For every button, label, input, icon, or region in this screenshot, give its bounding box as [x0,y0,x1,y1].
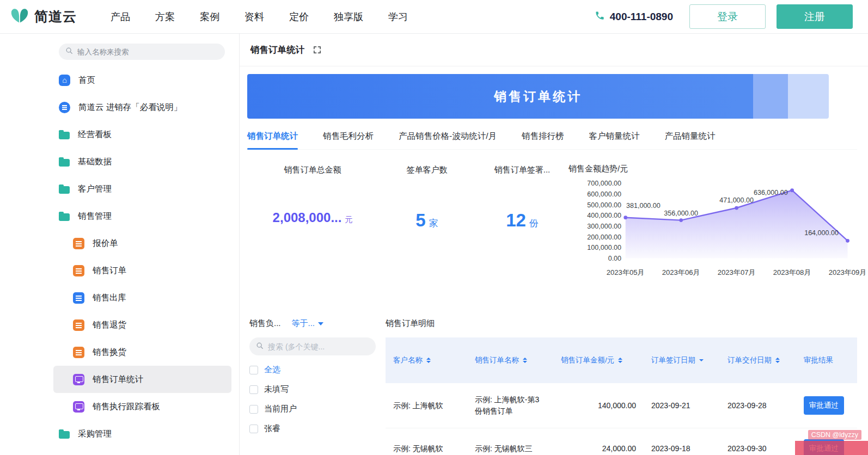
cell-order-name: 示例: 无锡帆软三 [467,428,553,455]
cell-amount: 140,000.00 [553,383,644,428]
home-icon [59,75,70,86]
sidebar-item-base-data[interactable]: 基础数据 [53,148,231,175]
svg-text:2023年05月: 2023年05月 [607,268,645,276]
svg-text:164,000.00: 164,000.00 [804,229,839,237]
sidebar-item-customer-mgmt[interactable]: 客户管理 [53,175,231,202]
sort-icon[interactable] [426,358,431,364]
sidebar-item-sales-order-stats[interactable]: 销售订单统计 [53,366,231,393]
form-icon [73,292,84,304]
stat-value: 2,008,000... [273,210,342,225]
svg-text:2023年06月: 2023年06月 [662,268,700,276]
filter-operator-dropdown[interactable]: 等于... [292,318,324,329]
svg-text:2023年08月: 2023年08月 [773,268,811,276]
column-header-customer[interactable]: 客户名称 [386,337,467,383]
sidebar-item-sales-mgmt[interactable]: 销售管理 [53,202,231,230]
logo[interactable]: 简道云 [10,7,77,27]
fullscreen-icon[interactable] [313,46,321,54]
sort-icon[interactable] [523,358,527,364]
column-header-order-name[interactable]: 销售订单名称 [467,337,553,383]
sidebar-item-sales-tracking-board[interactable]: 销售执行跟踪看板 [53,393,231,420]
cell-customer: 示例: 上海帆软 [386,383,467,428]
tab-customer-sales-stats[interactable]: 客户销量统计 [589,131,639,149]
sidebar-item-purchase-mgmt[interactable]: 采购管理 [53,420,231,447]
folder-icon [59,132,70,139]
table-row: 示例: 上海帆软 示例: 上海帆软-第3份销售订单 140,000.00 202… [386,383,857,428]
login-button[interactable]: 登录 [689,4,766,29]
filter-panel: 销售负... 等于... [247,318,376,455]
column-header-sign-date[interactable]: 订单签订日期 [644,337,720,383]
sidebar-item-business-board[interactable]: 经营看板 [53,121,231,148]
tab-gross-profit-analysis[interactable]: 销售毛利分析 [323,131,374,149]
sidebar-search-input[interactable] [77,48,218,56]
stat-total-order-amount: 销售订单总金额 2,008,000...元 [247,159,378,303]
svg-text:2023年07月: 2023年07月 [718,268,756,276]
nav-link-resource[interactable]: 资料 [244,10,264,23]
filter-search[interactable] [249,337,376,355]
nav-link-dedicated[interactable]: 独享版 [334,10,363,23]
sidebar-item-sales-exchange[interactable]: 销售换货 [53,339,231,366]
cell-order-name: 示例: 上海帆软-第3份销售订单 [467,383,553,428]
checkbox[interactable] [249,385,258,394]
filter-search-input[interactable] [268,342,369,351]
sidebar-search[interactable] [59,44,225,60]
nav-link-case[interactable]: 案例 [200,10,219,23]
filter-option-current-user[interactable]: 当前用户 [249,404,376,414]
phone-icon [595,10,605,23]
table-row: 示例: 无锡帆软 示例: 无锡帆软三 24,000.00 2023-09-18 … [386,428,857,455]
sort-desc-icon[interactable] [699,359,704,361]
nav-link-learning[interactable]: 学习 [388,10,408,23]
form-icon [73,347,84,358]
svg-text:300,000.00: 300,000.00 [587,223,621,230]
approval-status-button[interactable]: 审批通过 [804,396,844,415]
cell-sign-date: 2023-09-21 [644,383,720,428]
main-area: 销售订单统计 销售订单统计 销售订单统计 销售毛利分析 产品销售价格-波动统计/… [240,34,868,455]
dashboard-banner: 销售订单统计 [247,74,829,119]
table-header-row: 客户名称 销售订单名称 销售订单金额/元 [386,337,857,383]
cell-customer: 示例: 无锡帆软 [386,428,467,455]
page-header: 销售订单统计 [240,34,868,66]
sort-icon[interactable] [618,358,622,364]
filter-field-label: 销售负... [249,318,281,329]
chevron-down-icon [318,322,323,325]
nav-link-product[interactable]: 产品 [111,10,130,23]
folder-icon [59,213,70,221]
nav-link-solution[interactable]: 方案 [155,10,175,23]
form-icon [73,238,84,249]
svg-text:400,000.00: 400,000.00 [587,212,621,219]
checkbox[interactable] [249,366,258,374]
document-icon [59,102,70,113]
sidebar-item-home[interactable]: 首页 [53,66,231,94]
sidebar-item-quotation[interactable]: 报价单 [53,230,231,257]
sort-icon[interactable] [775,358,780,364]
sales-trend-chart-block: 销售金额趋势/元 0.00100,000.00200,000.00300,000… [569,159,857,303]
column-header-amount[interactable]: 销售订单金额/元 [553,337,644,383]
tab-sales-order-stats[interactable]: 销售订单统计 [247,131,298,149]
form-icon [73,319,84,331]
cell-delivery-date: 2023-09-28 [720,383,796,428]
column-header-delivery-date[interactable]: 订单交付日期 [720,337,796,383]
filter-option-select-all[interactable]: 全选 [249,365,376,375]
stat-unit: 家 [429,218,438,229]
checkbox[interactable] [249,405,258,414]
filter-option-unfilled[interactable]: 未填写 [249,384,376,395]
nav-link-pricing[interactable]: 定价 [289,10,309,23]
sidebar-item-jxc-guide[interactable]: 简道云 进销存「必看说明」 [53,94,231,121]
top-navbar: 简道云 产品 方案 案例 资料 定价 独享版 学习 400-111-0890 登… [0,0,868,34]
dashboard-icon [73,401,84,413]
checkbox[interactable] [249,425,258,433]
app-sidebar: 首页 简道云 进销存「必看说明」 经营看板 基础数据 客户管理 销售管理 [0,34,240,455]
sidebar-item-sales-order[interactable]: 销售订单 [53,257,231,284]
svg-text:2023年09月: 2023年09月 [829,268,867,276]
sidebar-item-sales-return[interactable]: 销售退货 [53,311,231,339]
table-title: 销售订单明细 [386,318,857,329]
filter-option-zhangrui[interactable]: 张睿 [249,423,376,434]
order-detail-table: 客户名称 销售订单名称 销售订单金额/元 [386,337,857,455]
primary-nav: 产品 方案 案例 资料 定价 独享版 学习 [111,10,408,23]
tab-price-fluctuation[interactable]: 产品销售价格-波动统计/月 [399,131,497,149]
tab-product-sales-stats[interactable]: 产品销量统计 [664,131,715,149]
register-button[interactable]: 注册 [777,4,853,29]
tab-sales-ranking[interactable]: 销售排行榜 [522,131,564,149]
order-detail-panel: 销售订单明细 客户名称 销售订单名称 [386,318,857,455]
bottom-section: 销售负... 等于... [247,318,857,455]
sidebar-item-sales-outbound[interactable]: 销售出库 [53,284,231,311]
